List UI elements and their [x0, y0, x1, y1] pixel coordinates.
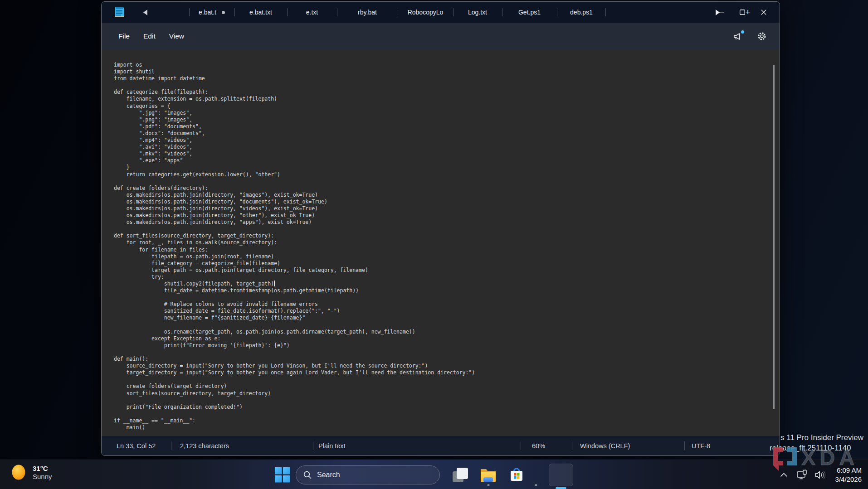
active-app-button[interactable]: [549, 464, 573, 486]
maximize-icon: [740, 10, 745, 15]
running-indicator-dot: [488, 484, 490, 486]
tab[interactable]: Get.ps1: [502, 2, 557, 23]
status-character-count: 2,123 characters: [171, 436, 313, 455]
tab[interactable]: Log.txt: [453, 2, 502, 23]
menu-bar-right: [731, 23, 770, 50]
settings-button[interactable]: [754, 29, 770, 44]
active-app-indicator: [556, 487, 566, 489]
weather-widget[interactable]: 31°C Sunny: [10, 464, 52, 481]
status-doc-type: Plain text: [313, 436, 521, 455]
tab-strip: e.bat.te.bat.txte.txtrby.batRobocopyLoLo…: [189, 2, 606, 23]
running-indicator-dot: [535, 484, 537, 486]
tab[interactable]: e.txt: [287, 2, 337, 23]
tab[interactable]: e.bat.txt: [234, 2, 287, 23]
scroll-tabs-left-button[interactable]: [141, 8, 150, 17]
whats-new-button[interactable]: [731, 29, 746, 44]
file-explorer-button[interactable]: [474, 462, 502, 487]
start-button[interactable]: [272, 465, 293, 485]
code-text: import os import shutil from datetime im…: [102, 50, 780, 431]
text-caret: [274, 281, 275, 286]
chevron-left-icon: [143, 10, 148, 15]
microsoft-store-button[interactable]: [502, 462, 531, 487]
xda-logo-icon: [770, 446, 799, 472]
unsaved-changes-dot: [222, 11, 225, 14]
task-view-button[interactable]: [446, 462, 474, 487]
tab[interactable]: RobocopyLo: [398, 2, 453, 23]
maximize-button[interactable]: [731, 2, 753, 23]
weather-temperature: 31°C: [33, 465, 52, 472]
windows-logo-icon: [275, 467, 290, 483]
xda-watermark-text: XDA: [801, 446, 858, 469]
menu-file[interactable]: File: [112, 29, 137, 44]
minimize-icon: [718, 12, 724, 13]
minimize-button[interactable]: [710, 2, 731, 23]
notification-dot: [741, 30, 744, 34]
window-controls: [710, 2, 774, 23]
tab[interactable]: e.bat.t: [189, 2, 234, 23]
status-bar: Ln 33, Col 52 2,123 characters Plain tex…: [102, 436, 780, 455]
tray-date: 3/4/2026: [835, 475, 862, 484]
task-view-icon: [452, 467, 468, 483]
status-encoding[interactable]: UTF-8: [684, 436, 710, 455]
menu-bar: File Edit View: [102, 23, 780, 50]
xda-watermark: XDA: [770, 446, 858, 472]
microsoft-store-icon: [509, 467, 524, 483]
tab[interactable]: rby.bat: [337, 2, 398, 23]
taskbar-center: Search: [272, 460, 573, 489]
weather-condition: Sunny: [33, 473, 52, 480]
background-app-indicator[interactable]: [531, 462, 541, 487]
file-explorer-icon: [479, 467, 497, 483]
taskbar: 31°C Sunny Search: [0, 460, 868, 489]
chevron-up-icon: [780, 473, 787, 477]
menu-view[interactable]: View: [162, 29, 191, 44]
menu-edit[interactable]: Edit: [137, 29, 162, 44]
title-bar[interactable]: e.bat.te.bat.txte.txtrby.batRobocopyLoLo…: [102, 2, 780, 23]
notepad-app-icon: [114, 6, 124, 18]
search-box[interactable]: Search: [296, 465, 440, 484]
search-icon: [303, 471, 312, 479]
text-editor-area[interactable]: import os import shutil from datetime im…: [102, 50, 780, 436]
notepad-window: e.bat.te.bat.txte.txtrby.batRobocopyLoLo…: [101, 1, 780, 456]
close-button[interactable]: [753, 2, 774, 23]
gear-icon: [757, 31, 767, 41]
sunny-weather-icon: [10, 464, 27, 481]
close-icon: [761, 10, 766, 15]
search-placeholder: Search: [317, 471, 340, 479]
status-zoom-level[interactable]: 60%: [521, 436, 572, 455]
windows-insider-watermark-line1: s 11 Pro Insider Preview: [780, 433, 863, 442]
vertical-scrollbar[interactable]: [773, 65, 775, 409]
status-line-ending[interactable]: Windows (CRLF): [572, 436, 684, 455]
status-line-col: Ln 33, Col 52: [102, 436, 171, 455]
tab[interactable]: deb.ps1: [557, 2, 606, 23]
